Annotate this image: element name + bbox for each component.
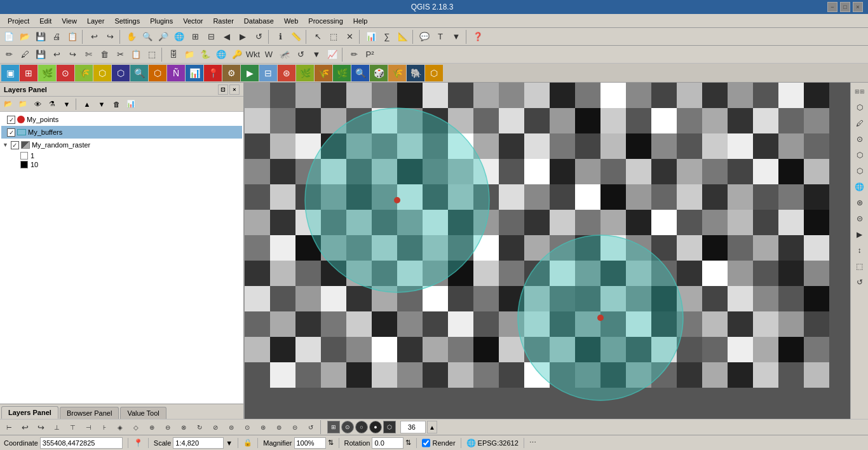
minimize-button[interactable]: − — [827, 2, 837, 12]
plugin-btn-12[interactable]: 📁 — [182, 47, 197, 62]
plugin-btn-3[interactable]: 💾 — [33, 47, 48, 62]
menu-plugins[interactable]: Plugins — [145, 16, 178, 26]
plugin-btn-10[interactable]: ⬚ — [144, 47, 159, 62]
remove-layer-button[interactable]: 🗑 — [109, 98, 123, 111]
show-all-layers-button[interactable]: 👁 — [31, 98, 44, 111]
plugin-btn-9[interactable]: 📋 — [128, 47, 144, 62]
new-project-button[interactable]: 📄 — [1, 29, 17, 44]
new-annotation-button[interactable]: 💬 — [417, 29, 432, 44]
plugin-btn-23[interactable]: P² — [362, 47, 377, 62]
menu-view[interactable]: View — [57, 16, 82, 26]
rt-btn-5[interactable]: ⬡ — [852, 147, 867, 163]
zoom-layer-button[interactable]: ⊟ — [203, 29, 219, 44]
icon-btn-19[interactable]: 🌿 — [333, 65, 351, 81]
edit-btn-6[interactable]: ⊣ — [81, 419, 96, 435]
scale-dropdown[interactable]: ▼ — [226, 439, 233, 447]
menu-help[interactable]: Help — [348, 16, 373, 26]
rotation-input[interactable] — [372, 437, 403, 449]
expand-all-button[interactable]: ▼ — [60, 98, 74, 111]
save-as-button[interactable]: 🖨 — [49, 29, 64, 44]
plugin-btn-20[interactable]: ▼ — [309, 47, 324, 62]
redo-button[interactable]: ↪ — [102, 29, 118, 44]
close-button[interactable]: × — [853, 2, 863, 12]
icon-btn-13[interactable]: ⚙ — [222, 65, 240, 81]
icon-btn-10[interactable]: Ñ — [167, 65, 185, 81]
zoom-full-button[interactable]: 🌐 — [172, 29, 187, 44]
menu-project[interactable]: Project — [3, 16, 34, 26]
zoom-selection-button[interactable]: ⊞ — [187, 29, 203, 44]
undo-button[interactable]: ↩ — [86, 29, 102, 44]
filter-layers-button[interactable]: ⚗ — [45, 98, 59, 111]
icon-btn-1[interactable]: ▣ — [1, 65, 19, 81]
plugin-btn-7[interactable]: 🗑 — [97, 47, 112, 62]
map-view[interactable] — [245, 83, 850, 419]
plugin-btn-4[interactable]: ↩ — [49, 47, 64, 62]
zoom-previous-button[interactable]: ◀ — [219, 29, 234, 44]
coordinate-input[interactable] — [40, 437, 123, 449]
icon-btn-11[interactable]: 📊 — [186, 65, 203, 81]
plugin-btn-18[interactable]: 🦟 — [277, 47, 292, 62]
edit-btn-19[interactable]: ⊝ — [287, 419, 302, 435]
messages-icon[interactable]: ⋯ — [529, 439, 536, 447]
menu-database[interactable]: Database — [239, 16, 279, 26]
plugin-btn-17[interactable]: W — [261, 47, 276, 62]
tab-value-tool[interactable]: Value Tool — [120, 407, 166, 419]
plugin-btn-1[interactable]: ✏ — [1, 47, 17, 62]
icon-btn-22[interactable]: 🌾 — [388, 65, 406, 81]
rt-btn-7[interactable]: 🌐 — [852, 179, 867, 194]
print-button[interactable]: 📋 — [65, 29, 80, 44]
move-down-button[interactable]: ▼ — [95, 98, 109, 111]
edit-btn-1[interactable]: ⊢ — [1, 419, 17, 435]
layer-item-my-points[interactable]: My_points — [1, 113, 242, 126]
menu-edit[interactable]: Edit — [34, 16, 57, 26]
tab-layers-panel[interactable]: Layers Panel — [1, 406, 58, 419]
deselect-button[interactable]: ✕ — [342, 29, 357, 44]
map-canvas[interactable] — [245, 83, 850, 419]
edit-btn-8[interactable]: ◈ — [112, 419, 128, 435]
layer-checkbox-my-points[interactable] — [7, 116, 15, 124]
rt-btn-8[interactable]: ⊛ — [852, 195, 867, 210]
crs-label[interactable]: EPSG:32612 — [478, 439, 519, 447]
zoom-in-button[interactable]: 🔍 — [140, 29, 155, 44]
rt-btn-6[interactable]: ⬡ — [852, 163, 867, 179]
edit-btn-15[interactable]: ⊜ — [224, 419, 239, 435]
rt-btn-10[interactable]: ▶ — [852, 227, 867, 242]
plugin-btn-5[interactable]: ↪ — [65, 47, 80, 62]
icon-btn-17[interactable]: 🌿 — [296, 65, 314, 81]
icon-btn-20[interactable]: 🔍 — [351, 65, 369, 81]
icon-btn-18[interactable]: 🌾 — [315, 65, 332, 81]
move-up-button[interactable]: ▲ — [80, 98, 94, 111]
maximize-button[interactable]: □ — [840, 2, 850, 12]
edit-btn-18[interactable]: ⊚ — [271, 419, 287, 435]
open-project-button[interactable]: 📂 — [17, 29, 32, 44]
icon-btn-15[interactable]: ⊟ — [259, 65, 277, 81]
edit-btn-3[interactable]: ↪ — [33, 419, 48, 435]
rt-btn-9[interactable]: ⊝ — [852, 211, 867, 226]
edit-btn-9[interactable]: ◇ — [128, 419, 144, 435]
menu-layer[interactable]: Layer — [82, 16, 110, 26]
panel-undock-button[interactable]: ⊡ — [218, 85, 228, 95]
edit-btn-13[interactable]: ↻ — [192, 419, 207, 435]
lock-icon[interactable]: 🔒 — [243, 439, 252, 447]
rt-btn-3[interactable]: 🖊 — [852, 116, 867, 131]
menu-vector[interactable]: Vector — [178, 16, 208, 26]
rt-btn-2[interactable]: ⬡ — [852, 100, 867, 115]
icon-btn-23[interactable]: 🐘 — [407, 65, 424, 81]
select-rect-button[interactable]: ⬚ — [326, 29, 341, 44]
rt-btn-1[interactable]: ⊞⊞ — [852, 84, 867, 99]
magnifier-input[interactable] — [294, 437, 326, 449]
edit-btn-10[interactable]: ⊕ — [144, 419, 159, 435]
select-button[interactable]: ↖ — [310, 29, 325, 44]
plugin-btn-8[interactable]: ✂ — [112, 47, 128, 62]
text-annotation-button[interactable]: T — [433, 29, 448, 44]
plugin-btn-21[interactable]: 📈 — [325, 47, 340, 62]
icon-btn-21[interactable]: 🎲 — [370, 65, 388, 81]
plugin-btn-15[interactable]: 🔑 — [229, 47, 245, 62]
edit-btn-5[interactable]: ⊤ — [65, 419, 80, 435]
icon-btn-5[interactable]: 🌾 — [75, 65, 93, 81]
plugin-btn-13[interactable]: 🐍 — [198, 47, 213, 62]
open-table-button[interactable]: 📊 — [363, 29, 379, 44]
tab-browser-panel[interactable]: Browser Panel — [60, 407, 119, 419]
menu-settings[interactable]: Settings — [109, 16, 145, 26]
angle-spinner[interactable]: 36 — [400, 421, 426, 433]
